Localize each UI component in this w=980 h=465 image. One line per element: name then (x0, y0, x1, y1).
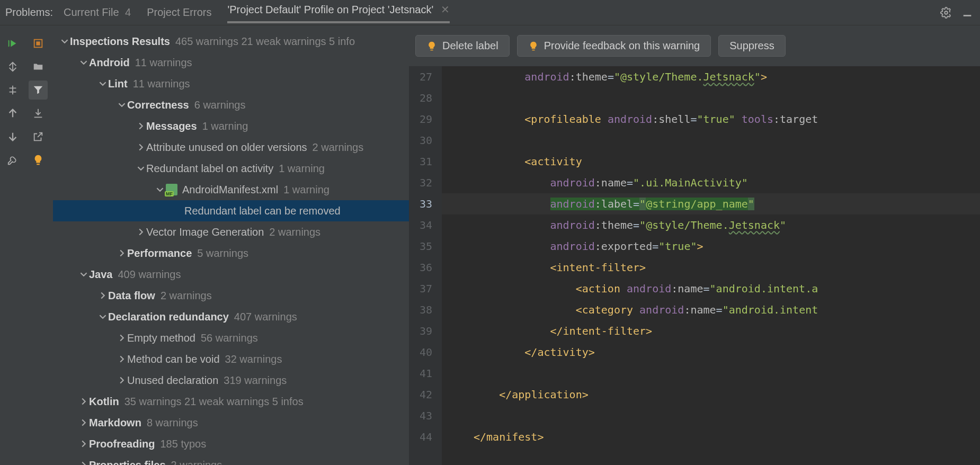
tree-row[interactable]: MFAndroidManifest.xml1 warning (53, 179, 409, 200)
inspection-toolbar (0, 25, 53, 465)
tree-item-label: Markdown (89, 417, 141, 429)
line-number: 36 (409, 257, 432, 278)
tree-item-label: Performance (127, 247, 192, 260)
chevron-right-icon[interactable] (117, 249, 127, 257)
code-line: android:exported="true"> (442, 236, 980, 257)
tree-row[interactable]: Lint11 warnings (53, 73, 409, 94)
tree-row[interactable]: Vector Image Generation2 warnings (53, 221, 409, 243)
tree-row[interactable]: Android11 warnings (53, 52, 409, 73)
tree-item-count: 2 warnings (161, 290, 212, 302)
chevron-right-icon[interactable] (136, 228, 146, 236)
chevron-right-icon[interactable] (78, 419, 89, 426)
tree-item-label: Data flow (108, 290, 155, 302)
tree-item-label: Empty method (127, 332, 195, 344)
chevron-down-icon[interactable] (97, 80, 108, 87)
chevron-down-icon[interactable] (78, 271, 89, 278)
tree-row[interactable]: Java409 warnings (53, 264, 409, 285)
tree-row[interactable]: Attribute unused on older versions2 warn… (53, 137, 409, 158)
tree-item-count: 8 warnings (147, 417, 198, 429)
tree-row[interactable]: Correctness6 warnings (53, 94, 409, 115)
close-icon[interactable]: ✕ (441, 4, 450, 15)
code-line (442, 87, 980, 109)
tree-row[interactable]: Unused declaration319 warnings (53, 370, 409, 391)
chevron-down-icon[interactable] (78, 59, 89, 66)
module-icon[interactable] (29, 34, 48, 53)
tree-row[interactable]: Data flow2 warnings (53, 285, 409, 306)
tree-row[interactable]: Proofreading185 typos (53, 433, 409, 454)
line-number: 39 (409, 320, 432, 342)
chevron-right-icon[interactable] (78, 398, 89, 405)
tree-item-label: Kotlin (89, 396, 119, 408)
expand-all-icon[interactable] (3, 57, 22, 76)
tab-inspection-profile[interactable]: 'Project Default' Profile on Project 'Je… (227, 3, 449, 23)
code-preview-panel: Delete label Provide feedback on this wa… (409, 25, 980, 465)
chevron-right-icon[interactable] (136, 122, 146, 130)
export-icon[interactable] (29, 104, 48, 123)
tree-row[interactable]: Markdown8 warnings (53, 412, 409, 433)
chevron-down-icon[interactable] (117, 101, 127, 109)
tab-project-errors[interactable]: Project Errors (147, 6, 211, 19)
chevron-right-icon[interactable] (78, 440, 89, 448)
tree-item-label: Unused declaration (127, 374, 218, 387)
folder-icon[interactable] (29, 57, 48, 76)
tree-row[interactable]: Redundant label can be removed (53, 200, 409, 221)
delete-label-button[interactable]: Delete label (415, 35, 510, 57)
chevron-right-icon[interactable] (78, 461, 89, 465)
code-line: android:theme="@style/Theme.Jetsnack"> (442, 66, 980, 87)
chevron-right-icon[interactable] (117, 334, 127, 342)
open-in-icon[interactable] (29, 127, 48, 146)
tree-item-count: 35 warnings 21 weak warnings 5 infos (124, 396, 304, 408)
chevron-down-icon[interactable] (97, 313, 108, 320)
gear-icon[interactable] (939, 5, 954, 20)
tree-row[interactable]: Properties files2 warnings (53, 454, 409, 465)
suppress-button[interactable]: Suppress (718, 35, 786, 57)
tree-item-count: 1 warning (202, 120, 248, 132)
tree-row[interactable]: Empty method56 warnings (53, 327, 409, 348)
tree-item-count: 2 warnings (313, 141, 364, 154)
prev-occurrence-icon[interactable] (3, 104, 22, 123)
code-line (442, 405, 980, 426)
line-number: 30 (409, 130, 432, 151)
bulb-icon[interactable] (29, 150, 48, 169)
code-line: android:theme="@style/Theme.Jetsnack" (442, 214, 980, 236)
chevron-right-icon[interactable] (117, 377, 127, 384)
chevron-right-icon[interactable] (117, 355, 127, 363)
code-line (442, 130, 980, 151)
line-number: 34 (409, 214, 432, 236)
inspection-tree[interactable]: Inspections Results 465 warnings 21 weak… (53, 25, 409, 465)
tree-row[interactable]: Declaration redundancy407 warnings (53, 306, 409, 327)
next-occurrence-icon[interactable] (3, 127, 22, 146)
line-number: 42 (409, 384, 432, 405)
tree-row[interactable]: Performance5 warnings (53, 243, 409, 264)
tree-item-count: 11 warnings (133, 78, 190, 90)
feedback-button[interactable]: Provide feedback on this warning (517, 35, 711, 57)
tree-root[interactable]: Inspections Results 465 warnings 21 weak… (53, 31, 409, 52)
line-number: 38 (409, 299, 432, 320)
tree-item-label: Android (89, 57, 130, 69)
chevron-right-icon[interactable] (136, 144, 146, 151)
rerun-icon[interactable] (3, 34, 22, 53)
tree-item-count: 2 warnings (269, 226, 320, 238)
line-number: 33 (409, 193, 432, 214)
chevron-down-icon[interactable] (136, 165, 146, 172)
chevron-down-icon[interactable] (155, 186, 165, 193)
tree-item-count: 11 warnings (135, 57, 192, 69)
chevron-down-icon (59, 38, 70, 45)
tab-current-file[interactable]: Current File 4 (64, 6, 131, 19)
filter-icon[interactable] (29, 81, 48, 100)
svg-rect-3 (36, 41, 40, 45)
minimize-icon[interactable] (960, 5, 975, 20)
tree-row[interactable]: Messages1 warning (53, 115, 409, 137)
tree-row[interactable]: Method can be void32 warnings (53, 348, 409, 370)
tree-row[interactable]: Kotlin35 warnings 21 weak warnings 5 inf… (53, 391, 409, 412)
code-editor[interactable]: 272829303132333435363738394041424344 and… (409, 66, 980, 465)
code-line (442, 363, 980, 384)
tree-item-count: 1 warning (279, 163, 325, 175)
problems-header: Problems: Current File 4 Project Errors … (0, 0, 980, 25)
code-line: <activity (442, 151, 980, 172)
collapse-all-icon[interactable] (3, 81, 22, 100)
wrench-icon[interactable] (3, 150, 22, 169)
tree-row[interactable]: Redundant label on activity1 warning (53, 158, 409, 179)
tree-item-count: 56 warnings (201, 332, 258, 344)
chevron-right-icon[interactable] (97, 292, 108, 299)
